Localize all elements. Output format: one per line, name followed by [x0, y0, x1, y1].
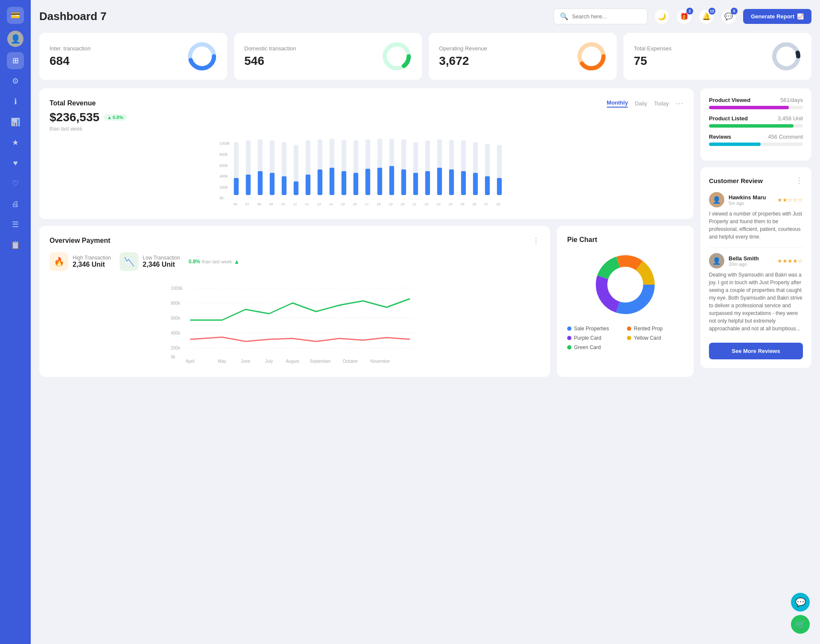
metric-top-reviews: Reviews 456 Comment [709, 134, 803, 140]
search-box[interactable]: 🔍 [554, 9, 647, 24]
svg-rect-53 [425, 171, 430, 195]
pie-card: Pie Chart [557, 226, 694, 377]
low-transaction-icon: 📉 [120, 252, 138, 271]
cart-float-button[interactable]: 🛒 [791, 615, 810, 634]
revenue-amount: $236,535 ▲ 0.8% [50, 111, 683, 124]
sidebar-item-print[interactable]: 🖨 [7, 195, 24, 213]
sidebar-logo[interactable]: 💳 [7, 7, 24, 24]
svg-rect-52 [413, 173, 418, 195]
payment-title: Overview Payment [50, 237, 110, 245]
content-grid: Total Revenue Monthly Daily Today ⋯ $236… [39, 88, 811, 377]
sidebar-item-info[interactable]: ℹ [7, 93, 24, 110]
sidebar-item-list[interactable]: ☰ [7, 216, 24, 233]
reviewer-avatar-1: 👤 [709, 192, 724, 207]
svg-text:06: 06 [233, 202, 237, 206]
sidebar-item-dashboard[interactable]: ⊞ [7, 52, 24, 69]
revenue-pct-label: than last week [50, 126, 683, 132]
svg-text:November: November [370, 359, 390, 364]
svg-rect-40 [270, 173, 275, 195]
progress-bar-listed [709, 124, 803, 128]
search-input[interactable] [572, 13, 641, 20]
sidebar-item-doc[interactable]: 📋 [7, 236, 24, 254]
revenue-pct: 0.8% [113, 115, 123, 120]
high-transaction-label: High Transaction [73, 255, 111, 261]
payment-pct: 0.8% [188, 259, 200, 265]
review-card: Customer Review ⋮ 👤 Hawkins Maru 5m ago … [700, 167, 811, 368]
more-options-icon[interactable]: ⋯ [676, 99, 683, 108]
sale-label: Sale Properties [574, 326, 609, 332]
chart-icon: 📈 [797, 13, 804, 20]
svg-text:800k: 800k [171, 301, 181, 306]
metric-val-reviews: 456 Comment [768, 134, 803, 140]
svg-text:20: 20 [401, 202, 404, 206]
legend-yellow: Yellow Card [627, 335, 683, 341]
svg-point-107 [607, 267, 643, 303]
revenue-value: $236,535 [50, 111, 100, 124]
tab-today[interactable]: Today [654, 100, 669, 107]
svg-text:08: 08 [257, 202, 261, 206]
dark-mode-button[interactable]: 🌙 [654, 9, 670, 24]
svg-text:16: 16 [353, 202, 357, 206]
generate-report-button[interactable]: Generate Report 📈 [743, 9, 811, 24]
svg-text:0k: 0k [171, 355, 176, 359]
payment-more-icon[interactable]: ⋮ [532, 236, 540, 245]
green-label: Green Card [574, 344, 601, 350]
svg-text:May: May [218, 359, 226, 364]
avatar[interactable]: 👤 [7, 31, 23, 47]
svg-text:400k: 400k [220, 174, 228, 178]
metric-product-listed: Product Listed 3,456 Unit [709, 115, 803, 128]
stats-row: Inter. transaction 684 Domestic transact… [39, 33, 811, 80]
purple-label: Purple Card [574, 335, 601, 341]
review-more-icon[interactable]: ⋮ [795, 176, 803, 185]
svg-rect-47 [354, 173, 358, 195]
progress-bar-reviews [709, 143, 803, 146]
tab-monthly[interactable]: Monthly [607, 99, 628, 108]
see-more-button[interactable]: See More Reviews [709, 343, 803, 359]
svg-text:0k: 0k [220, 196, 224, 200]
svg-text:September: September [310, 359, 331, 364]
svg-text:24: 24 [448, 202, 452, 206]
low-transaction-value: 2,346 Unit [143, 261, 180, 268]
reviewer-time-2: 20m ago [729, 262, 759, 267]
floating-buttons: 💬 🛒 [791, 593, 810, 634]
bell-badge: 12 [709, 8, 715, 15]
svg-text:400k: 400k [171, 331, 181, 335]
svg-rect-54 [437, 168, 442, 195]
purple-dot [567, 336, 571, 340]
stat-value-revenue: 3,672 [439, 54, 487, 68]
sidebar-item-heart[interactable]: ♥ [7, 154, 24, 172]
review-text-2: Dealing with Syamsudin and Bakri was a j… [709, 271, 803, 332]
svg-text:18: 18 [377, 202, 381, 206]
rented-dot [627, 326, 631, 331]
reviewer-stars-2: ★★★★☆ [777, 257, 803, 265]
sidebar-item-heart2[interactable]: ♡ [7, 175, 24, 192]
svg-rect-41 [282, 176, 287, 195]
svg-rect-44 [318, 169, 322, 195]
sidebar-item-settings[interactable]: ⚙ [7, 73, 24, 90]
page-title: Dashboard 7 [39, 10, 107, 23]
svg-text:15: 15 [341, 202, 345, 206]
svg-rect-42 [294, 181, 299, 195]
green-dot [567, 345, 571, 350]
generate-report-label: Generate Report [751, 13, 794, 20]
gift-notification-button[interactable]: 🎁 2 [676, 9, 692, 24]
progress-fill-listed [709, 124, 794, 128]
legend-purple: Purple Card [567, 335, 624, 341]
reviewer-row-2: 👤 Bella Smith 20m ago ★★★★☆ [709, 253, 803, 268]
sidebar-item-chart[interactable]: 📊 [7, 114, 24, 131]
legend-sale: Sale Properties [567, 326, 624, 332]
review-item-2: 👤 Bella Smith 20m ago ★★★★☆ Dealing with… [709, 253, 803, 332]
chat-float-button[interactable]: 💬 [791, 593, 810, 612]
svg-text:October: October [343, 359, 358, 364]
message-notification-button[interactable]: 💬 5 [721, 9, 736, 24]
review-item-1: 👤 Hawkins Maru 5m ago ★★☆☆☆ I viewed a n… [709, 192, 803, 241]
tab-daily[interactable]: Daily [635, 100, 647, 107]
svg-rect-56 [461, 171, 466, 195]
svg-text:19: 19 [389, 202, 392, 206]
donut-domestic [382, 41, 412, 71]
bell-notification-button[interactable]: 🔔 12 [699, 9, 714, 24]
header-actions: 🔍 🌙 🎁 2 🔔 12 💬 5 Generate Report 📈 [554, 9, 811, 24]
sidebar-item-star[interactable]: ★ [7, 134, 24, 151]
svg-rect-50 [390, 166, 394, 195]
payment-header: Overview Payment ⋮ [50, 236, 540, 245]
